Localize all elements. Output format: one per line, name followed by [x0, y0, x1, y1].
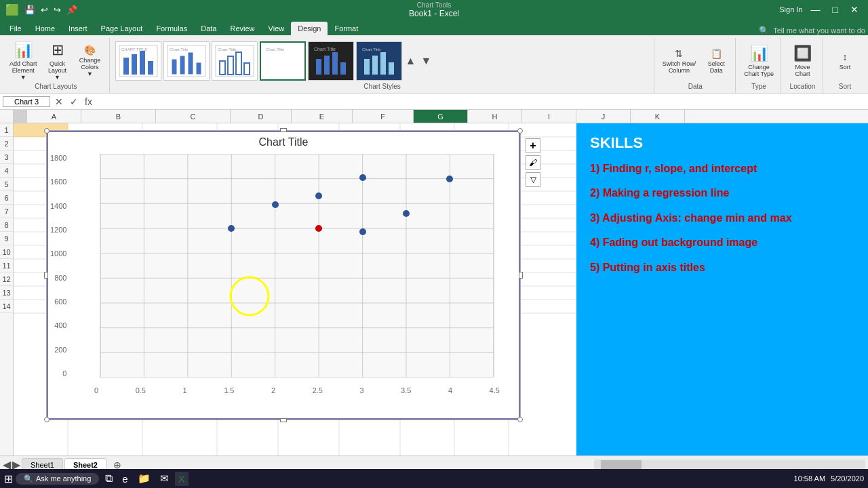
add-chart-element-button[interactable]: 📊 Add ChartElement ▼ [7, 39, 40, 83]
task-view-button[interactable]: ⧉ [102, 471, 116, 486]
tab-data[interactable]: Data [194, 22, 223, 35]
row-num-5[interactable]: 5 [0, 178, 13, 191]
col-header-d[interactable]: D [231, 110, 292, 123]
add-chart-dropdown-icon[interactable]: ▼ [20, 74, 26, 81]
row-num-14[interactable]: 14 [0, 300, 13, 313]
chart-filters-button[interactable]: ▽ [526, 172, 540, 187]
edge-icon[interactable]: e [119, 472, 131, 486]
name-box[interactable] [3, 96, 50, 107]
search-bar[interactable]: 🔍 Ask me anything [16, 473, 99, 485]
row-num-11[interactable]: 11 [0, 259, 13, 272]
handle-top-center[interactable] [280, 128, 287, 132]
chart-style-3[interactable]: Chart Title [212, 41, 258, 81]
tab-view[interactable]: View [262, 22, 292, 35]
row-num-4[interactable]: 4 [0, 164, 13, 178]
data-group-label: Data [688, 83, 703, 92]
tab-file[interactable]: File [3, 22, 28, 35]
col-header-j[interactable]: J [576, 110, 631, 123]
row-num-9[interactable]: 9 [0, 232, 13, 245]
chart-container[interactable]: Chart Title [46, 130, 521, 420]
redo-icon[interactable]: ↪ [54, 5, 61, 15]
chart-style-4[interactable]: Chart Title [260, 41, 306, 81]
select-data-button[interactable]: 📋 SelectData [701, 46, 731, 76]
chart-styles-button[interactable]: 🖌 [526, 155, 540, 170]
insert-function-button[interactable]: fx [83, 96, 94, 107]
side-panel: SKILLS 1) Finding r, slope, and intercep… [576, 123, 868, 455]
svg-rect-55 [100, 154, 494, 378]
cancel-formula-button[interactable]: ✕ [53, 96, 65, 107]
row-num-2[interactable]: 2 [0, 137, 13, 150]
tab-page-layout[interactable]: Page Layout [94, 22, 150, 35]
svg-rect-4 [148, 61, 153, 75]
formula-input[interactable] [97, 97, 865, 106]
col-header-h[interactable]: H [468, 110, 522, 123]
chart-elements-button[interactable]: + [526, 138, 540, 153]
row-num-10[interactable]: 10 [0, 245, 13, 259]
quick-layout-button[interactable]: ⊞ QuickLayout ▼ [43, 39, 73, 83]
confirm-formula-button[interactable]: ✓ [68, 96, 80, 107]
save-icon[interactable]: 💾 [24, 5, 35, 15]
handle-bottom-left[interactable] [44, 417, 50, 422]
col-header-i[interactable]: I [522, 110, 576, 123]
row-num-13[interactable]: 13 [0, 286, 13, 300]
pin-icon[interactable]: 📌 [66, 5, 77, 15]
row-num-12[interactable]: 12 [0, 272, 13, 286]
row-num-8[interactable]: 8 [0, 218, 13, 232]
change-chart-type-button[interactable]: 📊 ChangeChart Type [741, 43, 776, 79]
handle-bottom-right[interactable] [517, 417, 523, 422]
change-colors-button[interactable]: 🎨 ChangeColors ▼ [75, 43, 105, 79]
tab-design[interactable]: Design [291, 22, 328, 35]
col-header-e[interactable]: E [292, 110, 353, 123]
col-header-g[interactable]: G [414, 110, 468, 123]
chart-style-1[interactable]: CHART TITLE [115, 41, 161, 81]
col-header-c[interactable]: C [156, 110, 231, 123]
tab-home[interactable]: Home [28, 22, 62, 35]
close-button[interactable]: ✕ [846, 3, 863, 16]
chart-style-blue[interactable]: Chart Title [356, 41, 402, 81]
chart-styles-scroll-up[interactable]: ▲ [404, 54, 418, 68]
tab-insert[interactable]: Insert [62, 22, 94, 35]
chart-styles-scroll-down[interactable]: ▼ [419, 54, 433, 68]
cells-area[interactable]: Chart Title [14, 123, 868, 455]
skill-item-1: 1) Finding r, slope, and intercept [590, 161, 854, 176]
chart-style-dark[interactable]: Chart Title [308, 41, 354, 81]
col-header-f[interactable]: F [353, 110, 414, 123]
excel-taskbar-icon[interactable]: X [175, 472, 189, 486]
chart-title[interactable]: Chart Title [47, 131, 520, 154]
chart-style-2[interactable]: Chart Title [163, 41, 210, 81]
change-colors-dropdown-icon[interactable]: ▼ [87, 70, 93, 77]
skill-item-4: 4) Fading out background image [590, 235, 854, 250]
tab-formulas[interactable]: Formulas [149, 22, 194, 35]
undo-icon[interactable]: ↩ [41, 5, 48, 15]
minimize-button[interactable]: — [807, 3, 825, 16]
ribbon-group-type: 📊 ChangeChart Type Type [737, 38, 781, 93]
col-header-a2[interactable]: A [27, 110, 81, 123]
maximize-button[interactable]: □ [829, 3, 842, 16]
mail-icon[interactable]: ✉ [157, 471, 172, 486]
tab-format[interactable]: Format [328, 22, 365, 35]
row-num-7[interactable]: 7 [0, 205, 13, 218]
sort-button[interactable]: ↕ Sort [830, 49, 860, 73]
start-button[interactable]: ⊞ [4, 472, 13, 485]
handle-middle-left[interactable] [44, 272, 48, 279]
col-header-k[interactable]: K [631, 110, 685, 123]
handle-top-right[interactable] [517, 128, 523, 134]
switch-row-column-button[interactable]: ⇅ Switch Row/Column [660, 46, 699, 76]
col-header-b[interactable]: B [81, 110, 156, 123]
row-num-1[interactable]: 1 [0, 123, 13, 137]
tell-me-input[interactable]: Tell me what you want to do [773, 26, 865, 35]
taskbar: ⊞ 🔍 Ask me anything ⧉ e 📁 ✉ X 10:58 AM 5… [0, 469, 868, 488]
file-explorer-icon[interactable]: 📁 [134, 471, 154, 486]
sign-in-button[interactable]: Sign In [779, 5, 802, 14]
handle-middle-right[interactable] [519, 272, 523, 279]
handle-top-left[interactable] [44, 128, 50, 134]
row-num-3[interactable]: 3 [0, 150, 13, 164]
quick-layout-dropdown-icon[interactable]: ▼ [54, 74, 60, 81]
search-bar-text[interactable]: Ask me anything [36, 474, 91, 483]
scrollbar-thumb[interactable] [601, 460, 642, 470]
row-num-6[interactable]: 6 [0, 191, 13, 205]
col-header-a[interactable] [14, 110, 27, 123]
handle-bottom-center[interactable] [280, 418, 287, 422]
tab-review[interactable]: Review [223, 22, 261, 35]
move-chart-button[interactable]: 🔲 MoveChart [788, 43, 818, 79]
